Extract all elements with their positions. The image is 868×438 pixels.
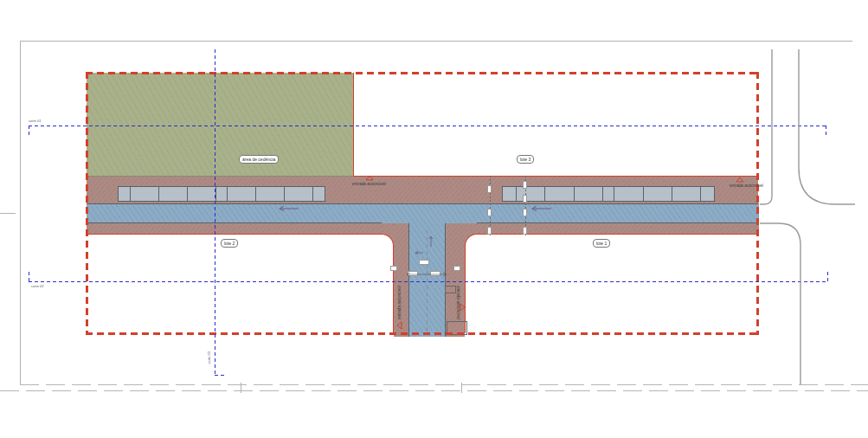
dimension-extent-line [407,273,447,276]
label-entrada-automovel-east: entrada automóvel [455,286,460,319]
label-lote-1: lote 1 [593,239,610,248]
entrance-marker-icon [397,322,402,329]
existing-street-south-edge [760,223,800,384]
label-corte-03: corte 03 [207,351,211,364]
label-lote-2: lote 2 [221,239,238,248]
label-corte-02: corte 02 [31,284,43,288]
traffic-direction-arrow-icon [532,206,551,211]
label-entrada-automovel-right: entrada automóvel [730,184,763,189]
label-lote-3: lote 3 [517,155,534,164]
label-corte-01: corte 01 [29,119,41,123]
existing-street-east-edge [799,49,855,204]
linework-overlay [0,0,868,438]
label-entrada-automovel-west: entrada automóvel [397,286,402,319]
entrance-marker-icon [736,177,743,182]
label-entrada-automovel-top: entrada automóvel [352,182,386,187]
existing-street-west-edge [760,49,772,204]
traffic-direction-arrow-icon [429,236,433,247]
entrance-marker-icon [366,176,373,180]
entrance-marker-icon [460,304,465,311]
traffic-direction-arrow-icon [280,206,299,211]
traffic-direction-arrow-icon [415,251,423,254]
site-plan-canvas: área de cedência lote 3 lote 2 lote 1 en… [0,0,868,438]
driveway-slope-mark [90,183,116,200]
label-area-cedencia: área de cedência [239,155,279,164]
